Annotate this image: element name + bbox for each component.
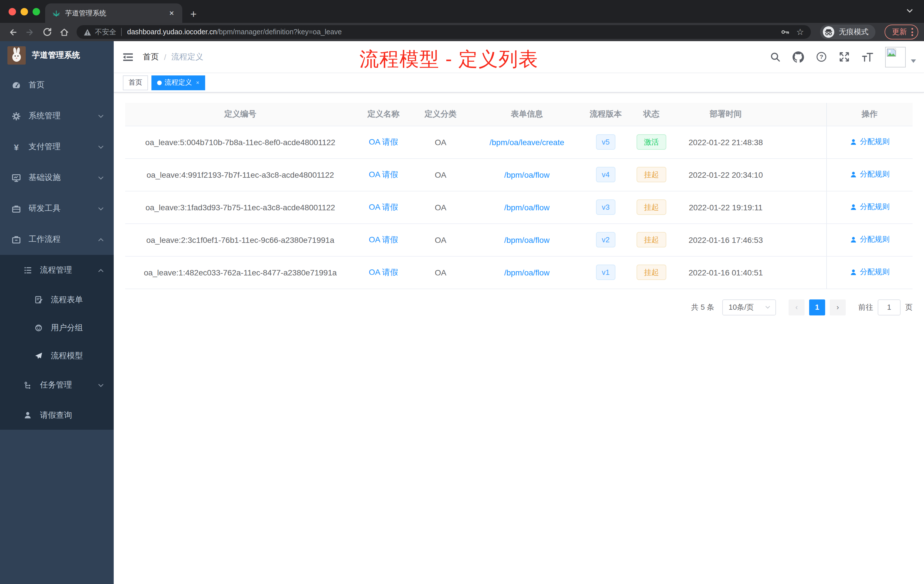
tab-search-chevron-icon[interactable] [906, 7, 914, 15]
table-row: oa_leave:2:3c1f0ef1-76b1-11ec-9c66-a2380… [125, 223, 912, 256]
sidebar-item-user-group[interactable]: 用户分组 [0, 314, 114, 342]
list-icon [23, 266, 33, 275]
workflow-submenu: 流程管理 流程表单 用户分组 [0, 255, 114, 430]
cell-gutter [776, 191, 826, 223]
cell-deploy-time: 2022-01-22 20:34:10 [675, 158, 776, 191]
form-link[interactable]: /bpm/oa/leave/create [489, 137, 564, 147]
home-button[interactable] [57, 25, 71, 39]
sidebar-toggle-button[interactable] [114, 51, 138, 63]
incognito-icon [822, 26, 835, 38]
breadcrumb-home[interactable]: 首页 [143, 52, 159, 62]
browser-tab[interactable]: 芋道管理系统 ✕ [45, 3, 182, 23]
table-row: oa_leave:1:482ec033-762a-11ec-8477-a2380… [125, 256, 912, 289]
form-link[interactable]: /bpm/oa/flow [504, 235, 550, 244]
cell-gutter [776, 158, 826, 191]
briefcase-icon [12, 234, 21, 244]
new-tab-button[interactable]: + [190, 8, 196, 20]
tag-close-icon[interactable]: × [196, 79, 200, 86]
tab-favicon-icon [52, 9, 61, 17]
sidebar-item-process-model[interactable]: 流程模型 [0, 342, 114, 370]
tab-close-icon[interactable]: ✕ [167, 8, 177, 18]
app-navbar: 首页 / 流程定义 流程模型 - 定义列表 ? [114, 41, 924, 73]
user-icon [850, 203, 857, 211]
help-icon[interactable]: ? [816, 51, 827, 62]
browser-toolbar: 不安全 dashboard.yudao.iocoder.cn /bpm/mana… [0, 23, 924, 41]
col-definition-category: 定义分类 [411, 103, 470, 126]
sidebar-item-workflow[interactable]: 工作流程 [0, 224, 114, 255]
form-link[interactable]: /bpm/oa/flow [504, 203, 550, 212]
form-icon [34, 295, 43, 304]
definition-name-link[interactable]: OA 请假 [369, 234, 398, 244]
tag-process-definition[interactable]: 流程定义 × [152, 75, 205, 90]
reload-button[interactable] [40, 25, 54, 39]
sidebar-item-process-form[interactable]: 流程表单 [0, 286, 114, 314]
bookmark-star-icon[interactable]: ☆ [796, 27, 804, 37]
status-badge: 激活 [637, 134, 666, 150]
goto-page-input[interactable] [878, 299, 901, 315]
status-badge: 挂起 [637, 167, 666, 182]
col-definition-name: 定义名称 [355, 103, 411, 126]
incognito-label: 无痕模式 [839, 27, 869, 37]
window-zoom-button[interactable] [33, 8, 40, 15]
github-icon[interactable] [792, 51, 804, 63]
assign-rule-button[interactable]: 分配规则 [850, 170, 890, 180]
assign-rule-button[interactable]: 分配规则 [850, 137, 890, 147]
avatar-caret-icon[interactable] [911, 59, 916, 63]
window-close-button[interactable] [8, 8, 16, 15]
col-deploy-time: 部署时间 [675, 103, 776, 126]
dashboard-icon [12, 80, 21, 90]
assign-rule-button[interactable]: 分配规则 [850, 234, 890, 245]
breadcrumb: 首页 / 流程定义 [143, 52, 203, 62]
window-minimize-button[interactable] [21, 8, 28, 15]
browser-update-button[interactable]: 更新 [884, 25, 918, 40]
cell-category: OA [411, 256, 470, 289]
definition-name-link[interactable]: OA 请假 [369, 170, 398, 178]
toolbox-icon [12, 204, 21, 213]
address-bar[interactable]: 不安全 dashboard.yudao.iocoder.cn /bpm/mana… [77, 25, 811, 39]
col-form-info: 表单信息 [470, 103, 584, 126]
search-icon[interactable] [770, 51, 780, 62]
gear-icon [12, 111, 21, 121]
font-size-icon[interactable] [862, 52, 873, 62]
sidebar-item-process-management[interactable]: 流程管理 [0, 255, 114, 286]
form-link[interactable]: /bpm/oa/flow [504, 170, 550, 179]
chevron-down-icon [98, 382, 104, 388]
back-button[interactable] [6, 25, 20, 39]
sidebar-item-system[interactable]: 系统管理 [0, 101, 114, 132]
tag-home[interactable]: 首页 [123, 75, 148, 90]
cell-category: OA [411, 158, 470, 191]
avatar[interactable] [885, 46, 906, 67]
sidebar-item-home[interactable]: 首页 [0, 70, 114, 101]
sidebar-item-task-management[interactable]: 任务管理 [0, 370, 114, 401]
next-page-button[interactable]: › [830, 299, 846, 315]
definition-name-link[interactable]: OA 请假 [369, 267, 398, 276]
sidebar-item-infrastructure[interactable]: 基础设施 [0, 162, 114, 193]
fullscreen-icon[interactable] [839, 51, 850, 62]
page-size-select[interactable]: 10条/页 [722, 299, 776, 315]
chevron-up-icon [98, 236, 104, 243]
forward-button[interactable] [23, 25, 36, 39]
browser-menu-icon[interactable] [911, 28, 913, 36]
cell-deploy-time: 2022-01-22 21:48:38 [675, 126, 776, 158]
sidebar: 芋道管理系统 首页 系统管理 ¥ 支付 [0, 41, 114, 584]
screen: 芋道管理系统 ✕ + 不安全 dashboard.yudao.iocoder.c… [0, 0, 924, 584]
table-row: oa_leave:4:991f2193-7b7f-11ec-a3c8-acde4… [125, 158, 912, 191]
page-1-button[interactable]: 1 [809, 299, 825, 315]
assign-rule-button[interactable]: 分配规则 [850, 202, 890, 212]
tree-icon [23, 381, 33, 389]
prev-page-button[interactable]: ‹ [789, 299, 805, 315]
definition-name-link[interactable]: OA 请假 [369, 137, 398, 146]
user-icon [850, 138, 857, 146]
sidebar-item-payment[interactable]: ¥ 支付管理 [0, 132, 114, 162]
version-badge: v5 [596, 134, 615, 150]
security-label: 不安全 [95, 27, 116, 37]
assign-rule-button[interactable]: 分配规则 [850, 267, 890, 277]
password-key-icon[interactable] [780, 27, 789, 36]
sidebar-item-devtools[interactable]: 研发工具 [0, 193, 114, 224]
window-controls [8, 8, 40, 15]
sidebar-item-leave-query[interactable]: 请假查询 [0, 401, 114, 430]
definition-name-link[interactable]: OA 请假 [369, 202, 398, 211]
form-link[interactable]: /bpm/oa/flow [504, 268, 550, 277]
cell-deploy-time: 2022-01-16 01:40:51 [675, 256, 776, 289]
cell-category: OA [411, 126, 470, 158]
